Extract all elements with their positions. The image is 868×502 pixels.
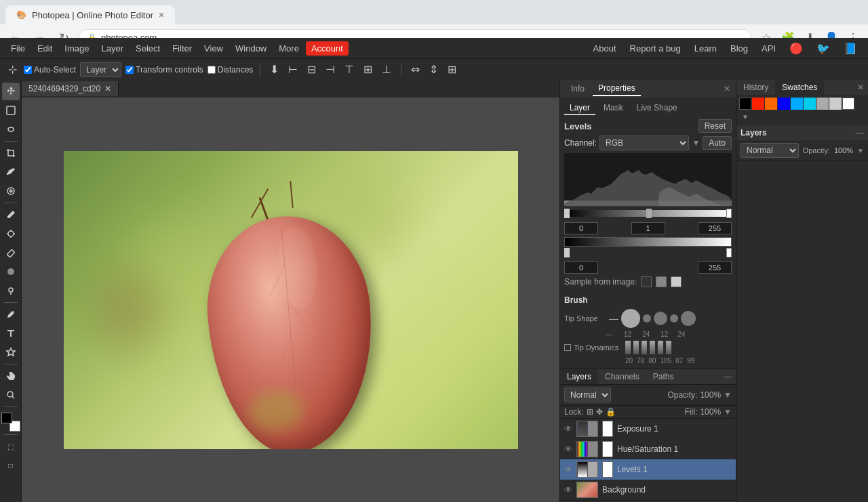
lock-pixels-icon[interactable]: ⊞	[587, 407, 593, 417]
menu-select[interactable]: Select	[130, 41, 165, 56]
quick-mask-btn[interactable]: ⬚	[2, 438, 20, 455]
crop-tool[interactable]	[2, 144, 20, 162]
dynamics-slider-4[interactable]	[650, 341, 655, 354]
dynamics-slider-6[interactable]	[666, 341, 671, 354]
menu-filter[interactable]: Filter	[167, 41, 197, 56]
swatch-red[interactable]	[752, 98, 764, 110]
auto-select-checkbox-label[interactable]: Auto-Select	[24, 65, 76, 75]
distribute-btn-1[interactable]: ⬇	[267, 62, 281, 77]
menu-blog[interactable]: Blog	[725, 41, 753, 56]
brush-circle-small-2[interactable]	[670, 314, 678, 322]
auto-select-checkbox[interactable]	[24, 66, 32, 74]
heal-tool[interactable]	[2, 182, 20, 200]
dynamics-slider-3[interactable]	[642, 341, 647, 354]
lock-all-icon[interactable]: 🔒	[606, 407, 616, 417]
menu-account[interactable]: Account	[306, 41, 349, 56]
tab-close-btn[interactable]: ×	[159, 9, 164, 20]
align-bottom-btn[interactable]: ⊥	[379, 62, 394, 77]
input-mid-value[interactable]	[631, 222, 665, 234]
swatches-tab[interactable]: Swatches	[775, 80, 824, 95]
distances-checkbox-label[interactable]: Distances	[208, 65, 254, 75]
canvas-tab[interactable]: 52404694329_cd20 ✕	[22, 81, 119, 96]
output-white-value[interactable]	[698, 262, 732, 274]
swatches-collapse-btn[interactable]: ✕	[853, 80, 868, 95]
layer-select[interactable]: Layer	[80, 62, 121, 77]
mask-sub-tab[interactable]: Mask	[598, 102, 629, 115]
menu-learn[interactable]: Learn	[689, 41, 722, 56]
menu-more[interactable]: More	[273, 41, 304, 56]
menu-api[interactable]: API	[756, 41, 781, 56]
sample-black[interactable]	[641, 276, 652, 287]
foreground-color-swatch[interactable]	[1, 413, 12, 423]
white-input-handle[interactable]	[726, 209, 732, 218]
input-levels-slider[interactable]	[564, 210, 732, 221]
paths-tab[interactable]: Paths	[646, 369, 681, 384]
hand-tool[interactable]	[2, 367, 20, 385]
input-white-value[interactable]	[698, 222, 732, 234]
output-levels-slider[interactable]	[564, 249, 732, 260]
menu-facebook-icon[interactable]: 📘	[838, 40, 863, 57]
reset-btn[interactable]: Reset	[698, 119, 732, 133]
align-left-btn[interactable]: ⊢	[285, 62, 300, 77]
transform-controls-checkbox-label[interactable]: Transform controls	[125, 65, 203, 75]
clone-stamp-tool[interactable]	[2, 225, 20, 243]
menu-edit[interactable]: Edit	[32, 41, 58, 56]
swatch-blue[interactable]	[778, 98, 790, 110]
swatch-black[interactable]	[739, 98, 751, 110]
type-tool[interactable]	[2, 325, 20, 342]
brush-dash-icon[interactable]: —	[609, 313, 618, 324]
output-white-handle[interactable]	[726, 248, 732, 257]
brush-circle-small-1[interactable]	[643, 314, 651, 322]
zoom-tool[interactable]	[2, 386, 20, 404]
layers-expand-icon[interactable]: —	[856, 128, 864, 138]
swatch-cyan[interactable]	[804, 98, 816, 110]
menu-layer[interactable]: Layer	[96, 41, 130, 56]
browser-tab[interactable]: 🎨 Photopea | Online Photo Editor ×	[5, 5, 175, 24]
transform-controls-checkbox[interactable]	[125, 66, 134, 74]
layer-exposure-1[interactable]: 👁 Exposure 1	[560, 419, 736, 439]
dodge-tool[interactable]	[2, 282, 20, 299]
panel-collapse-btn[interactable]: ✕	[724, 84, 730, 93]
move-tool[interactable]	[2, 83, 20, 100]
dynamics-slider-5[interactable]	[658, 341, 663, 354]
channel-select[interactable]: RGB	[599, 135, 689, 150]
properties-tab[interactable]: Properties	[593, 81, 641, 96]
canvas-viewport[interactable]	[22, 98, 559, 502]
swatch-light-blue[interactable]	[791, 98, 803, 110]
mid-input-handle[interactable]	[646, 209, 652, 218]
blend-mode-select[interactable]: Normal	[564, 388, 611, 402]
menu-window[interactable]: Window	[230, 41, 272, 56]
move-tool-options-btn[interactable]: ⊹	[5, 62, 20, 77]
visibility-icon-levels[interactable]: 👁	[564, 465, 572, 474]
tip-dynamics-checkbox[interactable]	[564, 344, 571, 351]
blur-tool[interactable]	[2, 263, 20, 280]
info-tab[interactable]: Info	[566, 82, 590, 96]
align-vcenter-btn[interactable]: ⊞	[361, 62, 375, 77]
distribute-h-btn[interactable]: ⇔	[408, 62, 422, 77]
auto-btn[interactable]: Auto	[703, 136, 732, 150]
layer-sub-tab[interactable]: Layer	[564, 102, 595, 115]
swatch-orange[interactable]	[765, 98, 777, 110]
black-input-handle[interactable]	[564, 209, 570, 218]
dynamics-slider-2[interactable]	[633, 341, 639, 354]
input-black-value[interactable]	[564, 222, 598, 234]
menu-image[interactable]: Image	[59, 41, 94, 56]
menu-twitter-icon[interactable]: 🐦	[811, 40, 835, 57]
brush-tool[interactable]	[2, 206, 20, 224]
swatch-gray[interactable]	[816, 98, 829, 110]
live-shape-sub-tab[interactable]: Live Shape	[631, 102, 683, 115]
layer-hue-sat-1[interactable]: 👁 Hue/Saturation 1	[560, 439, 736, 459]
selection-tool[interactable]	[2, 102, 20, 119]
auto-align-btn[interactable]: ⊞	[445, 62, 459, 77]
align-center-btn[interactable]: ⊟	[304, 62, 319, 77]
distribute-v-btn[interactable]: ⇕	[427, 62, 441, 77]
lasso-tool[interactable]	[2, 121, 20, 138]
layer-levels-1[interactable]: 👁 Levels 1	[560, 459, 736, 480]
output-black-handle[interactable]	[564, 248, 570, 257]
blend-mode-select-2[interactable]: Normal	[741, 143, 799, 158]
menu-reddit-icon[interactable]: 🔴	[784, 40, 808, 57]
visibility-icon-exposure[interactable]: 👁	[564, 424, 572, 434]
output-black-value[interactable]	[564, 262, 598, 274]
swatch-light-gray[interactable]	[829, 98, 842, 110]
eyedropper-tool[interactable]	[2, 163, 20, 181]
